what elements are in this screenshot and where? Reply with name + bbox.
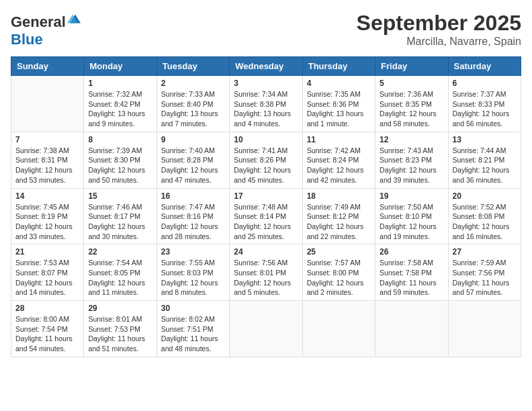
calendar-cell: 30Sunrise: 8:02 AM Sunset: 7:51 PM Dayli…: [157, 301, 229, 357]
logo-icon: [67, 11, 83, 27]
day-info: Sunrise: 7:54 AM Sunset: 8:05 PM Dayligh…: [88, 258, 152, 298]
day-info: Sunrise: 7:56 AM Sunset: 8:01 PM Dayligh…: [234, 258, 298, 298]
day-info: Sunrise: 7:48 AM Sunset: 8:14 PM Dayligh…: [234, 202, 298, 242]
day-number: 25: [307, 247, 371, 257]
calendar-cell: 26Sunrise: 7:58 AM Sunset: 7:58 PM Dayli…: [375, 244, 448, 301]
day-info: Sunrise: 7:41 AM Sunset: 8:26 PM Dayligh…: [234, 146, 298, 185]
calendar-cell: 27Sunrise: 7:59 AM Sunset: 7:56 PM Dayli…: [448, 244, 521, 301]
calendar-week-5: 28Sunrise: 8:00 AM Sunset: 7:54 PM Dayli…: [11, 301, 521, 357]
col-header-saturday: Saturday: [448, 57, 521, 76]
calendar-cell: 17Sunrise: 7:48 AM Sunset: 8:14 PM Dayli…: [230, 188, 302, 244]
calendar-cell: 25Sunrise: 7:57 AM Sunset: 8:00 PM Dayli…: [302, 244, 375, 301]
day-number: 5: [380, 79, 443, 88]
day-number: 29: [88, 304, 152, 313]
day-info: Sunrise: 7:40 AM Sunset: 8:28 PM Dayligh…: [161, 146, 225, 185]
calendar-cell: 9Sunrise: 7:40 AM Sunset: 8:28 PM Daylig…: [157, 132, 229, 188]
calendar-cell: 14Sunrise: 7:45 AM Sunset: 8:19 PM Dayli…: [11, 188, 84, 244]
day-number: 1: [88, 79, 152, 88]
calendar-cell: 7Sunrise: 7:38 AM Sunset: 8:31 PM Daylig…: [11, 132, 84, 188]
calendar-cell: 21Sunrise: 7:53 AM Sunset: 8:07 PM Dayli…: [11, 244, 84, 301]
day-number: 2: [161, 79, 225, 88]
calendar-week-2: 7Sunrise: 7:38 AM Sunset: 8:31 PM Daylig…: [11, 132, 521, 188]
logo-general: General: [11, 13, 66, 30]
day-number: 15: [88, 191, 152, 201]
calendar-cell: 22Sunrise: 7:54 AM Sunset: 8:05 PM Dayli…: [84, 244, 157, 301]
day-number: 8: [88, 135, 152, 144]
calendar-cell: 11Sunrise: 7:42 AM Sunset: 8:24 PM Dayli…: [302, 132, 375, 188]
day-info: Sunrise: 7:45 AM Sunset: 8:19 PM Dayligh…: [15, 202, 79, 242]
calendar-cell: 15Sunrise: 7:46 AM Sunset: 8:17 PM Dayli…: [84, 188, 157, 244]
day-info: Sunrise: 7:39 AM Sunset: 8:30 PM Dayligh…: [88, 146, 152, 185]
location-title: Marcilla, Navarre, Spain: [357, 36, 521, 48]
day-number: 16: [161, 191, 225, 201]
calendar-cell: 16Sunrise: 7:47 AM Sunset: 8:16 PM Dayli…: [157, 188, 229, 244]
calendar-cell: [302, 301, 375, 357]
calendar-cell: 29Sunrise: 8:01 AM Sunset: 7:53 PM Dayli…: [84, 301, 157, 357]
day-info: Sunrise: 7:52 AM Sunset: 8:08 PM Dayligh…: [453, 202, 517, 242]
day-info: Sunrise: 8:00 AM Sunset: 7:54 PM Dayligh…: [15, 314, 79, 354]
day-number: 12: [380, 135, 443, 144]
day-number: 4: [307, 79, 371, 88]
calendar-cell: 23Sunrise: 7:55 AM Sunset: 8:03 PM Dayli…: [157, 244, 229, 301]
col-header-monday: Monday: [84, 57, 157, 76]
calendar-cell: [11, 76, 84, 132]
day-number: 26: [380, 247, 443, 257]
day-info: Sunrise: 7:42 AM Sunset: 8:24 PM Dayligh…: [307, 146, 371, 185]
col-header-wednesday: Wednesday: [230, 57, 302, 76]
calendar-cell: 3Sunrise: 7:34 AM Sunset: 8:38 PM Daylig…: [230, 76, 302, 132]
day-info: Sunrise: 7:53 AM Sunset: 8:07 PM Dayligh…: [15, 258, 79, 298]
calendar-table: SundayMondayTuesdayWednesdayThursdayFrid…: [11, 56, 521, 357]
calendar-cell: 4Sunrise: 7:35 AM Sunset: 8:36 PM Daylig…: [302, 76, 375, 132]
calendar-cell: [230, 301, 302, 357]
col-header-friday: Friday: [375, 57, 448, 76]
calendar-cell: 10Sunrise: 7:41 AM Sunset: 8:26 PM Dayli…: [230, 132, 302, 188]
day-number: 27: [453, 247, 517, 257]
day-info: Sunrise: 7:49 AM Sunset: 8:12 PM Dayligh…: [307, 202, 371, 242]
page-header: General Blue September 2025 Marcilla, Na…: [11, 11, 521, 48]
day-number: 21: [15, 247, 79, 257]
month-title: September 2025: [357, 11, 521, 36]
day-info: Sunrise: 7:34 AM Sunset: 8:38 PM Dayligh…: [234, 89, 298, 129]
day-number: 6: [453, 79, 517, 88]
col-header-tuesday: Tuesday: [157, 57, 229, 76]
day-number: 24: [234, 247, 298, 257]
calendar-week-3: 14Sunrise: 7:45 AM Sunset: 8:19 PM Dayli…: [11, 188, 521, 244]
calendar-cell: [375, 301, 448, 357]
day-info: Sunrise: 7:36 AM Sunset: 8:35 PM Dayligh…: [380, 89, 443, 129]
calendar-week-4: 21Sunrise: 7:53 AM Sunset: 8:07 PM Dayli…: [11, 244, 521, 301]
title-block: September 2025 Marcilla, Navarre, Spain: [357, 11, 521, 48]
calendar-cell: 13Sunrise: 7:44 AM Sunset: 8:21 PM Dayli…: [448, 132, 521, 188]
calendar-header-row: SundayMondayTuesdayWednesdayThursdayFrid…: [11, 57, 521, 76]
calendar-cell: 20Sunrise: 7:52 AM Sunset: 8:08 PM Dayli…: [448, 188, 521, 244]
day-info: Sunrise: 7:38 AM Sunset: 8:31 PM Dayligh…: [15, 146, 79, 185]
day-info: Sunrise: 7:57 AM Sunset: 8:00 PM Dayligh…: [307, 258, 371, 298]
day-info: Sunrise: 7:33 AM Sunset: 8:40 PM Dayligh…: [161, 89, 225, 129]
day-number: 20: [453, 191, 517, 201]
day-number: 3: [234, 79, 298, 88]
calendar-cell: 5Sunrise: 7:36 AM Sunset: 8:35 PM Daylig…: [375, 76, 448, 132]
day-number: 17: [234, 191, 298, 201]
logo-text: General Blue: [11, 11, 83, 48]
day-number: 14: [15, 191, 79, 201]
calendar-cell: 18Sunrise: 7:49 AM Sunset: 8:12 PM Dayli…: [302, 188, 375, 244]
day-info: Sunrise: 7:47 AM Sunset: 8:16 PM Dayligh…: [161, 202, 225, 242]
day-number: 7: [15, 135, 79, 144]
calendar-cell: 8Sunrise: 7:39 AM Sunset: 8:30 PM Daylig…: [84, 132, 157, 188]
col-header-sunday: Sunday: [11, 57, 84, 76]
day-number: 30: [161, 304, 225, 313]
calendar-cell: 2Sunrise: 7:33 AM Sunset: 8:40 PM Daylig…: [157, 76, 229, 132]
day-info: Sunrise: 7:58 AM Sunset: 7:58 PM Dayligh…: [380, 258, 443, 298]
day-info: Sunrise: 7:35 AM Sunset: 8:36 PM Dayligh…: [307, 89, 371, 129]
day-number: 19: [380, 191, 443, 201]
calendar-cell: 12Sunrise: 7:43 AM Sunset: 8:23 PM Dayli…: [375, 132, 448, 188]
calendar-cell: 24Sunrise: 7:56 AM Sunset: 8:01 PM Dayli…: [230, 244, 302, 301]
day-info: Sunrise: 8:01 AM Sunset: 7:53 PM Dayligh…: [88, 314, 152, 354]
logo-blue: Blue: [11, 31, 43, 48]
calendar-cell: 6Sunrise: 7:37 AM Sunset: 8:33 PM Daylig…: [448, 76, 521, 132]
day-info: Sunrise: 7:59 AM Sunset: 7:56 PM Dayligh…: [453, 258, 517, 298]
day-number: 13: [453, 135, 517, 144]
day-number: 23: [161, 247, 225, 257]
day-info: Sunrise: 7:44 AM Sunset: 8:21 PM Dayligh…: [453, 146, 517, 185]
day-info: Sunrise: 7:43 AM Sunset: 8:23 PM Dayligh…: [380, 146, 443, 185]
logo: General Blue: [11, 11, 83, 48]
